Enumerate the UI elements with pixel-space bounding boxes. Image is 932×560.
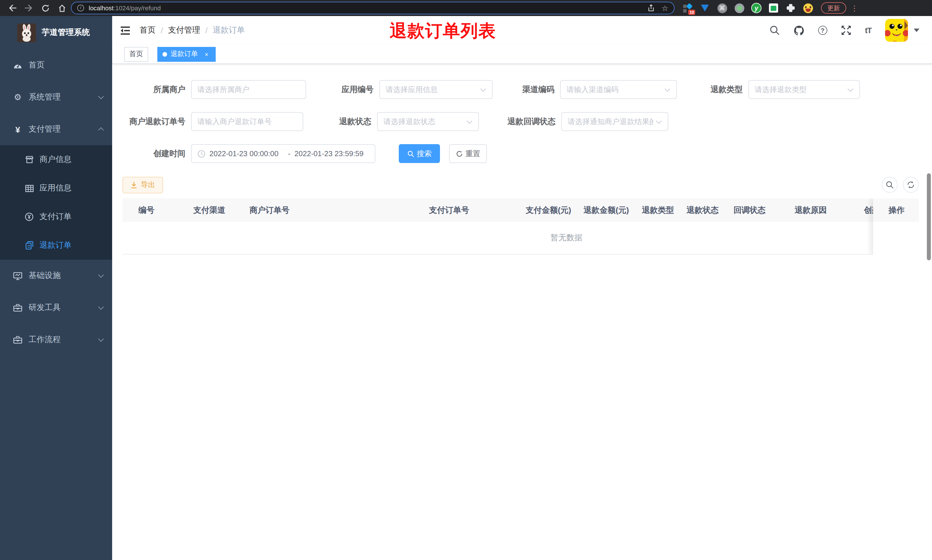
export-button[interactable]: 导出 bbox=[122, 177, 163, 193]
col-refund-amount: 退款金额(元) bbox=[578, 205, 636, 215]
filter-channel-code: 渠道编码 请输入渠道编码 bbox=[493, 80, 677, 99]
address-bar[interactable]: i localhost:1024/pay/refund ☆ bbox=[71, 2, 675, 14]
chevron-down-icon bbox=[98, 336, 104, 342]
tab-refund-order[interactable]: 退款订单 × bbox=[157, 47, 216, 62]
extension-chat-icon[interactable] bbox=[768, 3, 779, 13]
github-icon[interactable] bbox=[794, 25, 804, 36]
sidebar-item-label: 首页 bbox=[29, 60, 103, 70]
tabs-bar: 首页 退款订单 × bbox=[112, 45, 932, 64]
browser-menu-icon[interactable]: ⋮ bbox=[851, 4, 858, 12]
share-icon[interactable] bbox=[648, 4, 655, 12]
fixed-column-body bbox=[873, 222, 919, 255]
sidebar-item-app-info[interactable]: 应用信息 bbox=[0, 174, 112, 203]
header-actions: ? tT bbox=[769, 19, 920, 42]
search-icon[interactable] bbox=[769, 25, 780, 35]
extensions-puzzle-icon[interactable] bbox=[786, 3, 796, 13]
search-button-label: 搜索 bbox=[417, 148, 432, 159]
merchant-refund-no-field[interactable] bbox=[197, 117, 297, 126]
col-actions: 操作 bbox=[873, 198, 919, 222]
url-path: :1024/pay/refund bbox=[114, 5, 161, 11]
help-icon[interactable]: ? bbox=[818, 26, 827, 35]
browser-update-button[interactable]: 更新 bbox=[821, 2, 846, 14]
table-body: 暂无数据 bbox=[122, 222, 919, 255]
chevron-down-icon bbox=[98, 272, 104, 278]
forward-icon[interactable] bbox=[25, 4, 33, 12]
extension-tabs-icon[interactable]: 10 bbox=[683, 3, 693, 13]
filter-merchant-refund-no: 商户退款订单号 bbox=[122, 112, 303, 131]
col-refund-reason: 退款原因 bbox=[789, 205, 858, 215]
yen-icon: ¥ bbox=[12, 125, 23, 134]
filter-row-3: 创建时间 2022-01-23 00:00:00 - 2022-01-23 23… bbox=[122, 144, 932, 163]
reset-button[interactable]: 重置 bbox=[449, 144, 487, 163]
sidebar-item-label: 应用信息 bbox=[40, 183, 72, 193]
filter-row-1: 所属商户 应用编号 请选择应用信息 渠道编码 请输入渠道编码 退款类型 请选择退… bbox=[122, 80, 932, 99]
refund-status-select[interactable]: 请选择退款状态 bbox=[377, 112, 479, 131]
page-content: 所属商户 应用编号 请选择应用信息 渠道编码 请输入渠道编码 退款类型 请选择退… bbox=[112, 64, 932, 560]
sidebar-item-pay[interactable]: ¥ 支付管理 bbox=[0, 113, 112, 145]
toggle-search-button[interactable] bbox=[882, 177, 898, 193]
chevron-down-icon bbox=[98, 94, 104, 99]
tab-home[interactable]: 首页 bbox=[124, 47, 148, 62]
sidebar-item-merchant-info[interactable]: 商户信息 bbox=[0, 145, 112, 174]
extension-gem-icon[interactable] bbox=[700, 3, 710, 13]
back-icon[interactable] bbox=[8, 4, 17, 12]
font-size-icon[interactable]: tT bbox=[865, 26, 871, 35]
app-id-select[interactable]: 请选择应用信息 bbox=[379, 80, 493, 99]
channel-code-select[interactable]: 请输入渠道编码 bbox=[560, 80, 677, 99]
url-text: localhost:1024/pay/refund bbox=[89, 5, 641, 11]
filter-create-time: 创建时间 2022-01-23 00:00:00 - 2022-01-23 23… bbox=[122, 144, 375, 163]
merchant-input[interactable] bbox=[191, 80, 306, 99]
sidebar-item-pay-order[interactable]: 支付订单 bbox=[0, 203, 112, 231]
col-callback-status: 回调状态 bbox=[728, 205, 789, 215]
breadcrumb-home[interactable]: 首页 bbox=[140, 25, 155, 35]
sidebar-item-infra[interactable]: 基础设施 bbox=[0, 260, 112, 292]
select-placeholder: 请选择退款类型 bbox=[755, 85, 845, 95]
sidebar-item-system[interactable]: ⚙ 系统管理 bbox=[0, 81, 112, 113]
browser-nav bbox=[5, 4, 71, 12]
home-icon[interactable] bbox=[58, 4, 66, 12]
chevron-down-icon bbox=[467, 118, 472, 123]
refresh-icon bbox=[456, 150, 463, 157]
extension-command-icon[interactable]: ⌘ bbox=[717, 3, 727, 13]
sidebar-item-home[interactable]: 首页 bbox=[0, 49, 112, 81]
date-range-picker[interactable]: 2022-01-23 00:00:00 - 2022-01-23 23:59:5… bbox=[191, 144, 375, 163]
col-merchant-order-no: 商户订单号 bbox=[244, 205, 423, 215]
clock-icon bbox=[197, 149, 205, 158]
extension-recorder-icon[interactable] bbox=[734, 3, 744, 13]
sidebar-item-devtools[interactable]: 研发工具 bbox=[0, 292, 112, 324]
bookmark-star-icon[interactable]: ☆ bbox=[662, 4, 668, 12]
breadcrumb-pay[interactable]: 支付管理 bbox=[168, 25, 200, 35]
vertical-scrollbar[interactable] bbox=[927, 173, 931, 260]
merchant-input-field[interactable] bbox=[197, 85, 300, 94]
col-refund-status: 退款状态 bbox=[681, 205, 728, 215]
col-id: 编号 bbox=[122, 205, 188, 215]
merchant-refund-no-input[interactable] bbox=[191, 112, 303, 131]
sidebar-item-workflow[interactable]: 工作流程 bbox=[0, 324, 112, 356]
fixed-action-column: 操作 bbox=[873, 198, 919, 255]
chevron-up-icon bbox=[98, 127, 104, 133]
sidebar-logo[interactable]: 芋道管理系统 bbox=[0, 16, 112, 49]
tab-close-icon[interactable]: × bbox=[203, 50, 211, 58]
search-button[interactable]: 搜索 bbox=[399, 144, 440, 163]
hamburger-collapse-icon[interactable] bbox=[120, 26, 131, 35]
callback-status-select[interactable]: 请选择通知商户退款结果的 bbox=[561, 112, 668, 131]
filter-label: 退款状态 bbox=[303, 112, 377, 131]
user-menu[interactable] bbox=[885, 19, 920, 42]
sidebar-item-label: 工作流程 bbox=[29, 335, 99, 345]
breadcrumb-current: 退款订单 bbox=[213, 25, 245, 35]
page-info-icon[interactable]: i bbox=[77, 5, 84, 11]
fullscreen-icon[interactable] bbox=[841, 25, 851, 35]
screen: i localhost:1024/pay/refund ☆ 10 ⌘ y 更新 … bbox=[0, 0, 932, 560]
reload-icon[interactable] bbox=[41, 4, 50, 12]
sidebar-item-label: 研发工具 bbox=[29, 303, 99, 313]
refresh-table-button[interactable] bbox=[903, 177, 919, 193]
extension-y-icon[interactable]: y bbox=[751, 3, 761, 13]
profile-emoji-icon[interactable] bbox=[803, 3, 813, 13]
empty-data-text: 暂无数据 bbox=[551, 233, 583, 243]
refund-type-select[interactable]: 请选择退款类型 bbox=[748, 80, 860, 99]
coin-yen-icon bbox=[24, 212, 34, 222]
sidebar-item-refund-order[interactable]: 退款订单 bbox=[0, 231, 112, 260]
tab-active-dot bbox=[163, 52, 167, 56]
filter-label: 退款类型 bbox=[677, 80, 748, 99]
caret-down-icon bbox=[914, 29, 920, 32]
